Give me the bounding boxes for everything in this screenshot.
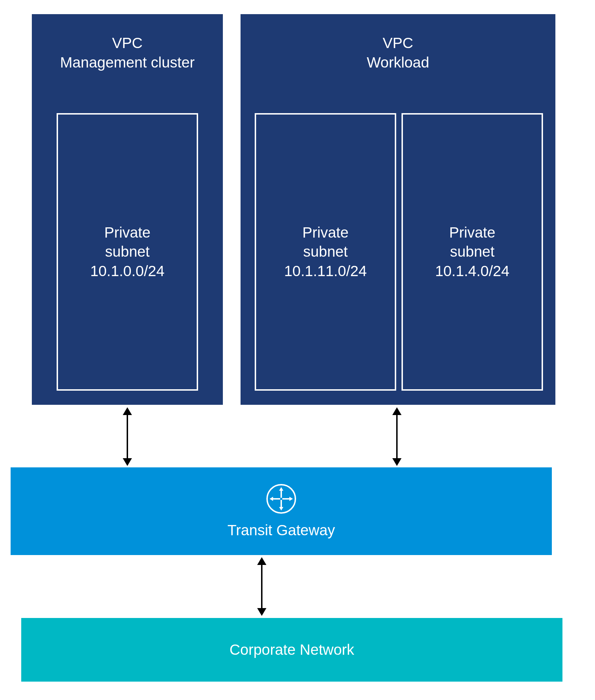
vpc-mgmt-title-line2: Management cluster <box>60 54 195 71</box>
corporate-network-label: Corporate Network <box>230 641 354 658</box>
vpc-workload-title-line2: Workload <box>367 54 429 71</box>
subnet-box-mgmt-1: Private subnet 10.1.0.0/24 <box>57 113 198 391</box>
subnet-box-workload-2: Private subnet 10.1.4.0/24 <box>402 113 543 391</box>
subnet-type: subnet <box>303 242 348 262</box>
transit-gateway-label: Transit Gateway <box>227 522 335 539</box>
vpc-mgmt-title-line1: VPC <box>112 35 143 51</box>
arrow-mgmt-to-tg <box>127 414 128 460</box>
svg-marker-2 <box>279 487 283 491</box>
subnet-cidr: 10.1.0.0/24 <box>90 262 164 281</box>
vpc-workload-title: VPC Workload <box>241 34 555 72</box>
arrow-workload-to-tg <box>396 414 398 460</box>
transit-gateway-icon <box>266 484 296 514</box>
vpc-workload: VPC Workload Private subnet 10.1.11.0/24… <box>241 14 555 405</box>
subnet-cidr: 10.1.4.0/24 <box>435 262 509 281</box>
transit-gateway: Transit Gateway <box>11 467 552 555</box>
svg-marker-6 <box>270 497 273 501</box>
vpc-mgmt-title: VPC Management cluster <box>32 34 223 72</box>
subnet-cidr: 10.1.11.0/24 <box>284 262 367 281</box>
arrow-tg-to-corp <box>261 564 262 609</box>
subnet-type: subnet <box>450 242 495 262</box>
svg-marker-4 <box>279 507 283 511</box>
subnet-box-workload-1: Private subnet 10.1.11.0/24 <box>255 113 396 391</box>
subnet-type: subnet <box>105 242 150 262</box>
vpc-management-cluster: VPC Management cluster Private subnet 10… <box>32 14 223 405</box>
corporate-network: Corporate Network <box>21 618 562 682</box>
subnet-label: Private <box>449 223 496 243</box>
subnet-label: Private <box>104 223 151 243</box>
vpc-workload-title-line1: VPC <box>383 35 413 51</box>
subnet-label: Private <box>302 223 349 243</box>
svg-marker-8 <box>289 497 293 501</box>
